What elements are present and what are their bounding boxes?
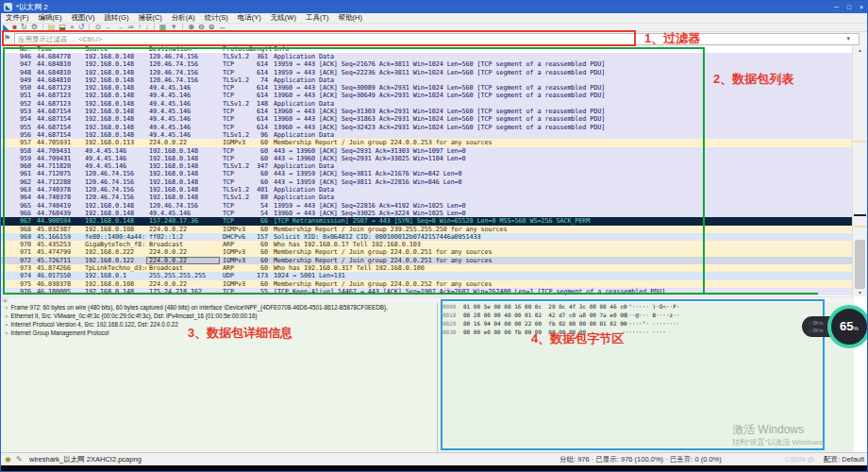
vscroll-thumb[interactable] [855,240,865,289]
column-header-time[interactable]: Time [34,46,82,53]
zoom-reset-icon[interactable]: ⊜ [209,24,215,31]
packet-row[interactable]: 95144.687123192.168.0.14849.4.45.146TCP6… [1,92,854,99]
packet-row[interactable]: 96044.71182049.4.45.146192.168.0.148TLSv… [1,162,854,170]
column-header-lengtl[interactable]: Lengtl [249,46,269,53]
resize-columns-icon[interactable]: ↔ [218,24,225,31]
performance-gauge[interactable]: 65% [827,305,868,348]
menu-view[interactable]: 视图(V) [67,13,100,23]
go-to-packet-icon[interactable]: ⇒ [127,24,134,31]
menu-analyze[interactable]: 分析(A) [167,13,200,23]
packet-row[interactable]: 96444.740378120.46.74.156192.168.0.148TL… [1,194,854,201]
close-capture-icon[interactable]: × [70,24,75,31]
reload-icon[interactable]: ↺ [78,24,85,31]
packet-row[interactable]: 97245.726711192.168.0.122224.0.0.22IGMPv… [1,257,854,264]
expand-arrow-icon[interactable]: > [5,305,8,311]
save-file-icon[interactable]: ⬓ [58,24,66,31]
packet-row[interactable]: 96544.740419192.168.0.148120.46.74.156TC… [1,202,854,210]
expand-arrow-icon[interactable]: > [5,313,8,319]
autoscroll-icon[interactable]: ▼ [170,24,177,31]
packet-row[interactable]: 97345.874266TpLinkTechno_d3:e6:…Broadcas… [1,264,854,272]
menu-telephony[interactable]: 电话(Y) [233,13,266,23]
packet-row[interactable]: 94744.684810192.168.0.148120.46.74.156TC… [1,60,854,68]
hex-row[interactable]: 002000 16 94 04 00 00 22 00 fb 02 00 00 … [438,320,854,329]
capture-comment-icon[interactable]: ✎ [16,453,23,466]
packet-row[interactable]: 95744.705931192.168.0.113224.0.0.22IGMPv… [1,139,854,146]
packet-row[interactable]: 95844.70943149.4.45.146192.168.0.148TCP6… [1,147,854,155]
hex-row[interactable]: 000001 00 5e 00 00 16 00 0c 29 0c 4f 3c … [438,303,854,312]
scrollmap-mark [854,141,866,143]
open-file-icon[interactable]: ▤ [48,24,56,31]
expert-info-icon[interactable]: ◉ [5,453,11,466]
column-header-protocol[interactable]: Protocol [220,46,249,53]
filter-dropdown-icon[interactable]: ▾ [846,35,850,42]
menu-go[interactable]: 跳转(G) [100,13,134,23]
column-header-source[interactable]: Source [82,46,146,53]
detail-line[interactable]: >Internet Protocol Version 4, Src: 192.1… [1,320,437,329]
profile-indicator[interactable]: 配置: Default [824,453,864,466]
packet-row[interactable]: 97546.030378192.168.0.108224.0.0.22IGMPv… [1,280,854,288]
close-icon[interactable]: × [860,4,863,10]
maximize-icon[interactable]: □ [847,4,851,10]
packet-row[interactable]: 95644.687154192.168.0.14849.4.45.146TLSv… [1,131,854,139]
packet-row[interactable]: 94844.684810192.168.0.148120.46.74.156TC… [1,69,854,76]
packet-row[interactable]: 96644.760439192.168.0.14849.4.45.146TCP5… [1,210,854,217]
go-last-icon[interactable]: ↓ [145,24,149,31]
expand-arrow-icon[interactable]: > [5,322,8,328]
column-header-no[interactable]: No. [1,46,34,53]
find-packet-icon[interactable]: ⊙ [94,24,101,31]
packet-row[interactable]: 96744.900594192.168.0.148157.240.17.36TC… [1,217,854,225]
hex-row[interactable]: 001000 28 00 00 40 00 01 02 42 d7 c0 a8 … [438,312,854,320]
packet-row[interactable]: 95344.687154192.168.0.14849.4.45.146TCP6… [1,108,854,115]
vscroll-up-arrow-icon[interactable]: ▴ [853,46,867,54]
packet-row[interactable]: 95244.687123192.168.0.14849.4.45.146TLSv… [1,100,854,108]
zoom-in-icon[interactable]: ⊕ [188,24,194,31]
capture-options-icon[interactable]: ⚙ [31,24,38,31]
packet-row[interactable]: 95444.687154192.168.0.14849.4.45.146TCP6… [1,115,854,123]
packet-row[interactable]: 96945.166159fe80::1400:4a44:f8c…ff02::1:… [1,233,854,241]
column-header-info[interactable]: Info [269,46,854,53]
packet-row[interactable]: 95544.687154192.168.0.14849.4.45.146TCP6… [1,124,854,131]
expand-arrow-icon[interactable]: > [5,330,8,336]
go-first-icon[interactable]: ↑ [138,24,142,31]
cell-proto: TCP [220,124,249,131]
zoom-out-icon[interactable]: ⊖ [198,24,205,31]
detail-line[interactable]: >Internet Group Management Protocol [1,329,437,337]
start-capture-icon[interactable]: ◣ [3,24,8,31]
menu-file[interactable]: 文件(F) [1,13,34,23]
hex-row[interactable]: 003000 00 e0 00 00 fb 00 00 00 00 00 00·… [438,329,854,337]
packet-row[interactable]: 96344.740378120.46.74.156192.168.0.148TL… [1,186,854,194]
packet-row[interactable]: 95944.70943149.4.45.146192.168.0.148TCP6… [1,155,854,162]
cell-dst: 49.4.45.146 [146,108,220,115]
menu-capture[interactable]: 捕获(C) [133,13,166,23]
packet-row[interactable]: 96244.712288120.46.74.156192.168.0.148TC… [1,178,854,186]
packet-row[interactable]: 95044.687123192.168.0.14849.4.45.146TCP6… [1,84,854,92]
minimize-icon[interactable]: ─ [834,4,839,10]
menu-tools[interactable]: 工具(T) [301,13,334,23]
menu-help[interactable]: 帮助(H) [334,13,367,23]
packet-row[interactable]: 96144.712075120.46.74.156192.168.0.148TC… [1,170,854,177]
column-header-destination[interactable]: Destination [146,46,220,53]
go-back-icon[interactable]: ← [105,24,112,31]
packet-list-vscrollbar[interactable]: ▴ ▾ [852,46,867,296]
packet-row[interactable]: 97145.474799192.168.0.222224.0.0.22IGMPv… [1,248,854,256]
menu-statistics[interactable]: 统计(S) [200,13,233,23]
packet-row[interactable]: 97045.435253GigaByteTech_f8:18:…Broadcas… [1,241,854,248]
packet-row[interactable]: 97446.017550192.168.0.1255.255.255.255UD… [1,272,854,279]
detail-line[interactable]: >Ethernet II, Src: VMware_0c:4f:3c (00:0… [1,312,437,320]
packet-row[interactable]: 94644.684778192.168.0.148120.46.74.156TL… [1,53,854,60]
stop-capture-icon[interactable]: ■ [12,24,17,31]
packet-row[interactable]: 94944.684810192.168.0.148120.46.74.156TL… [1,76,854,84]
detail-line[interactable]: >Frame 972: 60 bytes on wire (480 bits),… [1,303,437,312]
restart-capture-icon[interactable]: ↻ [21,24,27,31]
menu-edit[interactable]: 编辑(E) [34,13,67,23]
display-filter-input[interactable] [14,33,860,45]
vscroll-down-arrow-icon[interactable]: ▾ [853,289,867,296]
hex-bytes: 00 16 94 04 00 00 22 00 fb 02 00 00 00 0… [463,320,626,327]
menu-wireless[interactable]: 无线(W) [266,13,301,23]
packet-row[interactable]: 97646.180005192.168.0.148175.24.218.162T… [1,288,854,295]
go-forward-icon[interactable]: → [116,24,124,31]
colorize-icon[interactable]: ▦ [159,24,167,31]
packet-row[interactable]: 96845.032387192.168.0.108224.0.0.22IGMPv… [1,226,854,233]
cell-dst: 224.0.0.22 [146,248,220,256]
filter-bookmark-icon[interactable]: ⚑ [4,34,10,42]
